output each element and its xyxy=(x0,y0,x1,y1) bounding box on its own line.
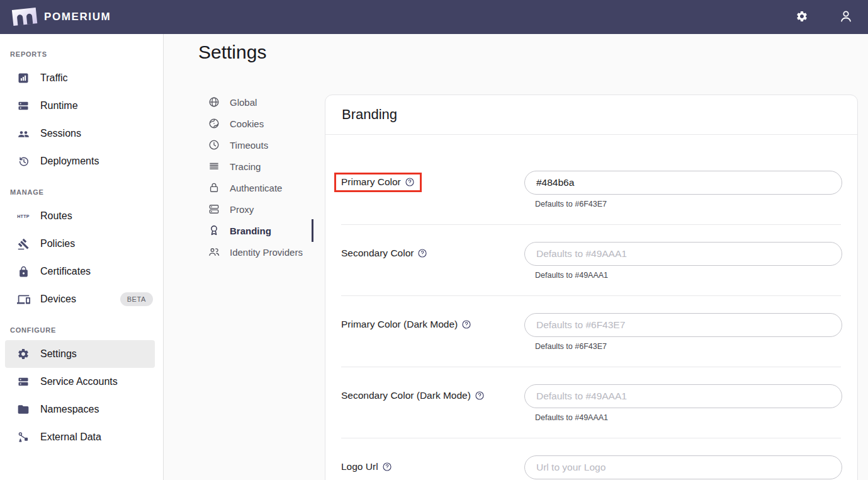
field-label: Primary Color (Dark Mode) xyxy=(341,319,458,330)
section-title-reports: REPORTS xyxy=(0,50,163,64)
logo-url-label-wrap: Logo Url xyxy=(341,455,524,472)
account-button[interactable] xyxy=(838,9,854,25)
secondary-color-label-wrap: Secondary Color xyxy=(341,242,524,259)
field-helper-text: Defaults to #49AAA1 xyxy=(535,413,842,422)
tab-timeouts[interactable]: Timeouts xyxy=(208,134,312,156)
folder-icon xyxy=(16,403,30,416)
page-title: Settings xyxy=(198,42,266,63)
branding-card: Branding Primary Color Defaults xyxy=(325,94,858,480)
tab-label: Tracing xyxy=(230,161,261,172)
sidebar-item-label: Deployments xyxy=(40,156,99,167)
clock-icon xyxy=(208,139,220,151)
logo-url-row: Logo Url xyxy=(341,438,841,480)
sidebar-item-label: External Data xyxy=(40,431,101,443)
sidebar-item-label: Service Accounts xyxy=(40,376,118,387)
settings-subnav: Global Cookies Timeouts Tracing xyxy=(208,91,312,263)
tab-label: Branding xyxy=(230,226,271,236)
tab-branding[interactable]: Branding xyxy=(208,220,312,241)
award-ribbon-icon xyxy=(208,224,220,237)
help-icon[interactable] xyxy=(461,319,471,329)
sidebar-item-label: Runtime xyxy=(40,100,78,111)
main-content: Settings Global Cookies Timeouts xyxy=(164,34,868,480)
sidebar-item-external-data[interactable]: External Data xyxy=(5,423,155,451)
tab-cookies[interactable]: Cookies xyxy=(208,113,312,134)
field-helper-text: Defaults to #6F43E7 xyxy=(535,342,842,351)
data-flow-icon xyxy=(16,430,30,444)
sidebar-item-runtime[interactable]: Runtime xyxy=(5,92,155,120)
people-icon xyxy=(16,127,30,140)
sidebar-item-routes[interactable]: HTTP Routes xyxy=(5,202,155,230)
primary-color-dark-input[interactable] xyxy=(524,313,842,337)
traffic-chart-icon xyxy=(16,71,30,85)
gear-icon xyxy=(16,347,30,361)
sidebar-item-label: Settings xyxy=(40,348,77,360)
brand-name: POMERIUM xyxy=(44,11,111,23)
selected-tab-indicator xyxy=(312,219,313,242)
primary-color-input[interactable] xyxy=(524,171,842,195)
sidebar-item-label: Traffic xyxy=(40,72,68,84)
tab-identity-providers[interactable]: Identity Providers xyxy=(208,241,312,263)
tab-label: Authenticate xyxy=(230,183,282,193)
tab-label: Global xyxy=(230,97,257,108)
tab-tracing[interactable]: Tracing xyxy=(208,156,312,177)
sidebar-item-certificates[interactable]: Certificates xyxy=(5,258,155,285)
sidebar: REPORTS Traffic Runtime Sessions xyxy=(0,34,164,480)
primary-color-dark-row: Primary Color (Dark Mode) Defaults to #6… xyxy=(341,296,841,367)
sidebar-item-policies[interactable]: Policies xyxy=(5,230,155,258)
tab-proxy[interactable]: Proxy xyxy=(208,198,312,220)
sidebar-item-label: Namespaces xyxy=(40,404,99,415)
tab-authenticate[interactable]: Authenticate xyxy=(208,177,312,198)
globe-icon xyxy=(208,96,220,108)
secondary-color-row: Secondary Color Defaults to #49AAA1 xyxy=(341,225,841,296)
sidebar-item-deployments[interactable]: Deployments xyxy=(5,147,155,175)
lock-icon xyxy=(16,265,30,278)
beta-badge: BETA xyxy=(120,292,153,306)
cookie-icon xyxy=(208,117,220,130)
people-outline-icon xyxy=(208,246,220,258)
sidebar-item-sessions[interactable]: Sessions xyxy=(5,120,155,147)
logo-url-input[interactable] xyxy=(524,455,842,479)
primary-color-label-wrap: Primary Color xyxy=(341,171,524,188)
tab-global[interactable]: Global xyxy=(208,91,312,113)
brand[interactable]: POMERIUM xyxy=(10,5,111,29)
help-icon[interactable] xyxy=(382,462,392,472)
sidebar-item-traffic[interactable]: Traffic xyxy=(5,64,155,92)
field-helper-text: Defaults to #6F43E7 xyxy=(535,200,842,209)
tab-label: Proxy xyxy=(230,204,254,215)
http-icon: HTTP xyxy=(16,209,30,223)
secondary-color-input[interactable] xyxy=(524,242,842,266)
sidebar-item-label: Certificates xyxy=(40,266,91,277)
help-icon[interactable] xyxy=(417,248,427,258)
sidebar-item-label: Devices xyxy=(40,294,76,305)
field-label: Primary Color xyxy=(341,176,401,188)
sidebar-item-label: Routes xyxy=(40,210,72,222)
tab-label: Identity Providers xyxy=(230,247,303,258)
card-header: Branding xyxy=(325,95,857,135)
section-title-configure: CONFIGURE xyxy=(0,326,163,340)
lock-outline-icon xyxy=(208,181,220,194)
help-icon[interactable] xyxy=(405,177,415,187)
gear-icon xyxy=(796,10,808,25)
sidebar-item-devices[interactable]: Devices BETA xyxy=(5,285,155,313)
sidebar-item-label: Sessions xyxy=(40,128,81,139)
secondary-color-dark-input[interactable] xyxy=(524,384,842,408)
secondary-color-dark-row: Secondary Color (Dark Mode) Defaults to … xyxy=(341,367,841,438)
gavel-icon xyxy=(16,237,30,251)
primary-color-dark-label-wrap: Primary Color (Dark Mode) xyxy=(341,313,524,330)
field-label: Secondary Color xyxy=(341,248,414,259)
proxy-stack-icon xyxy=(208,203,220,215)
tab-label: Cookies xyxy=(230,118,264,129)
help-icon[interactable] xyxy=(475,391,485,401)
field-label: Secondary Color (Dark Mode) xyxy=(341,390,471,401)
field-label: Logo Url xyxy=(341,461,378,472)
section-title-manage: MANAGE xyxy=(0,188,163,202)
sidebar-item-service-accounts[interactable]: Service Accounts xyxy=(5,368,155,396)
card-title: Branding xyxy=(342,106,397,123)
secondary-color-dark-label-wrap: Secondary Color (Dark Mode) xyxy=(341,384,524,401)
sidebar-item-namespaces[interactable]: Namespaces xyxy=(5,396,155,423)
app-bar: POMERIUM xyxy=(0,0,868,34)
sidebar-item-settings[interactable]: Settings xyxy=(5,340,155,368)
settings-gear-button[interactable] xyxy=(794,9,810,25)
server-stack-icon xyxy=(16,99,30,113)
lines-icon xyxy=(208,160,220,173)
